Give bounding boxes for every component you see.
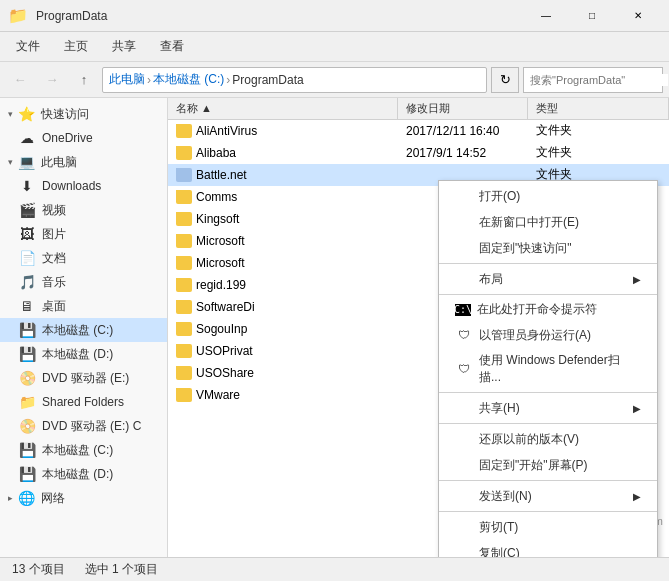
sidebar-item-downloads[interactable]: ⬇ Downloads <box>0 174 167 198</box>
ctx-share[interactable]: 共享(H) ▶ <box>439 395 657 421</box>
sidebar-item-drive-d[interactable]: 💾 本地磁盘 (D:) <box>0 342 167 366</box>
sidebar-item-drive-c2[interactable]: 💾 本地磁盘 (C:) <box>0 438 167 462</box>
selected-count: 选中 1 个项目 <box>85 561 158 578</box>
sidebar-item-network[interactable]: ▸ 🌐 网络 <box>0 486 167 510</box>
cmd-icon: C:\ <box>455 304 471 316</box>
ctx-separator-3 <box>439 392 657 393</box>
address-bar[interactable]: 此电脑 › 本地磁盘 (C:) › ProgramData <box>102 67 487 93</box>
minimize-button[interactable]: — <box>523 0 569 32</box>
sidebar-item-this-pc[interactable]: ▾ 💻 此电脑 <box>0 150 167 174</box>
sidebar-item-shared[interactable]: 📁 Shared Folders <box>0 390 167 414</box>
quick-access-icon: ⭐ <box>17 105 35 123</box>
ctx-restore-versions[interactable]: 还原以前的版本(V) <box>439 426 657 452</box>
file-list-header: 名称 ▲ 修改日期 类型 <box>168 98 669 120</box>
pictures-icon: 🖼 <box>18 225 36 243</box>
toolbar: ← → ↑ 此电脑 › 本地磁盘 (C:) › ProgramData ↻ 🔍 <box>0 62 669 98</box>
sidebar-item-quick-access[interactable]: ▾ ⭐ 快速访问 <box>0 102 167 126</box>
ctx-open-cmd[interactable]: C:\ 在此处打开命令提示符 <box>439 297 657 322</box>
ctx-separator-6 <box>439 511 657 512</box>
desktop-icon: 🖥 <box>18 297 36 315</box>
menu-item-view[interactable]: 查看 <box>148 34 196 59</box>
sidebar-item-label: 本地磁盘 (D:) <box>42 346 113 363</box>
file-name-cell: Comms <box>168 190 398 204</box>
sidebar-item-onedrive[interactable]: ☁ OneDrive <box>0 126 167 150</box>
file-name: regid.199 <box>196 278 246 292</box>
sidebar-item-dvd-e[interactable]: 📀 DVD 驱动器 (E:) <box>0 366 167 390</box>
ctx-separator-4 <box>439 423 657 424</box>
file-name: SoftwareDi <box>196 300 255 314</box>
file-name-cell: USOShare <box>168 366 398 380</box>
folder-icon <box>176 278 192 292</box>
file-name: Microsoft <box>196 256 245 270</box>
ctx-layout[interactable]: 布局 ▶ <box>439 266 657 292</box>
folder-icon <box>176 256 192 270</box>
file-name-cell: VMware <box>168 388 398 402</box>
ctx-run-as-admin[interactable]: 🛡 以管理员身份运行(A) <box>439 322 657 348</box>
menu-item-home[interactable]: 主页 <box>52 34 100 59</box>
col-header-name[interactable]: 名称 ▲ <box>168 98 398 119</box>
sidebar-item-label: Shared Folders <box>42 395 124 409</box>
table-row[interactable]: AliAntiVirus 2017/12/11 16:40 文件夹 <box>168 120 669 142</box>
ctx-label: 共享(H) <box>479 400 520 417</box>
ctx-copy[interactable]: 复制(C) <box>439 540 657 557</box>
sidebar-item-label: 音乐 <box>42 274 66 291</box>
sidebar-item-drive-d2[interactable]: 💾 本地磁盘 (D:) <box>0 462 167 486</box>
folder-icon <box>176 366 192 380</box>
sidebar-item-pictures[interactable]: 🖼 图片 <box>0 222 167 246</box>
status-bar: 13 个项目 选中 1 个项目 <box>0 557 669 581</box>
ctx-defender[interactable]: 🛡 使用 Windows Defender扫描... <box>439 348 657 390</box>
sidebar-item-dvd-e2[interactable]: 📀 DVD 驱动器 (E:) C <box>0 414 167 438</box>
file-name: Battle.net <box>196 168 247 182</box>
sidebar-item-label: 图片 <box>42 226 66 243</box>
collapse-arrow-pc: ▾ <box>8 157 13 167</box>
maximize-button[interactable]: □ <box>569 0 615 32</box>
ctx-pin-quick-access[interactable]: 固定到"快速访问" <box>439 235 657 261</box>
forward-button[interactable]: → <box>38 66 66 94</box>
network-icon: 🌐 <box>17 489 35 507</box>
open-new-window-icon <box>455 213 473 231</box>
ctx-label: 使用 Windows Defender扫描... <box>479 352 641 386</box>
drive-c-icon: 💾 <box>18 321 36 339</box>
search-input[interactable] <box>530 74 668 86</box>
sidebar-item-drive-c[interactable]: 💾 本地磁盘 (C:) <box>0 318 167 342</box>
shared-icon: 📁 <box>18 393 36 411</box>
ctx-cut[interactable]: 剪切(T) <box>439 514 657 540</box>
up-button[interactable]: ↑ <box>70 66 98 94</box>
file-name-cell: Battle.net <box>168 168 398 182</box>
window-icon: 📁 <box>8 6 28 25</box>
ctx-open[interactable]: 打开(O) <box>439 183 657 209</box>
sidebar-item-desktop[interactable]: 🖥 桌面 <box>0 294 167 318</box>
address-crumb-drive[interactable]: 本地磁盘 (C:) <box>153 71 224 88</box>
sidebar-item-music[interactable]: 🎵 音乐 <box>0 270 167 294</box>
drive-d-icon: 💾 <box>18 345 36 363</box>
folder-icon-selected <box>176 168 192 182</box>
col-header-date[interactable]: 修改日期 <box>398 98 528 119</box>
sidebar-item-label: 网络 <box>41 490 65 507</box>
sidebar-item-label: 本地磁盘 (C:) <box>42 442 113 459</box>
refresh-button[interactable]: ↻ <box>491 67 519 93</box>
folder-icon <box>176 146 192 160</box>
close-button[interactable]: ✕ <box>615 0 661 32</box>
ctx-send-to[interactable]: 发送到(N) ▶ <box>439 483 657 509</box>
ctx-separator-5 <box>439 480 657 481</box>
sidebar-item-label: Downloads <box>42 179 101 193</box>
table-row[interactable]: Alibaba 2017/9/1 14:52 文件夹 <box>168 142 669 164</box>
sidebar-item-videos[interactable]: 🎬 视频 <box>0 198 167 222</box>
file-name: Comms <box>196 190 237 204</box>
col-header-type[interactable]: 类型 <box>528 98 669 119</box>
file-name-cell: SoftwareDi <box>168 300 398 314</box>
ctx-label: 打开(O) <box>479 188 520 205</box>
onedrive-icon: ☁ <box>18 129 36 147</box>
defender-icon: 🛡 <box>455 360 473 378</box>
search-bar[interactable]: 🔍 <box>523 67 663 93</box>
back-button[interactable]: ← <box>6 66 34 94</box>
title-bar-icons: 📁 <box>8 6 28 25</box>
sidebar-item-documents[interactable]: 📄 文档 <box>0 246 167 270</box>
sidebar-item-label: 视频 <box>42 202 66 219</box>
menu-item-share[interactable]: 共享 <box>100 34 148 59</box>
menu-item-file[interactable]: 文件 <box>4 34 52 59</box>
ctx-open-new-window[interactable]: 在新窗口中打开(E) <box>439 209 657 235</box>
ctx-pin-start[interactable]: 固定到"开始"屏幕(P) <box>439 452 657 478</box>
ctx-label: 以管理员身份运行(A) <box>479 327 591 344</box>
address-crumb-computer[interactable]: 此电脑 <box>109 71 145 88</box>
